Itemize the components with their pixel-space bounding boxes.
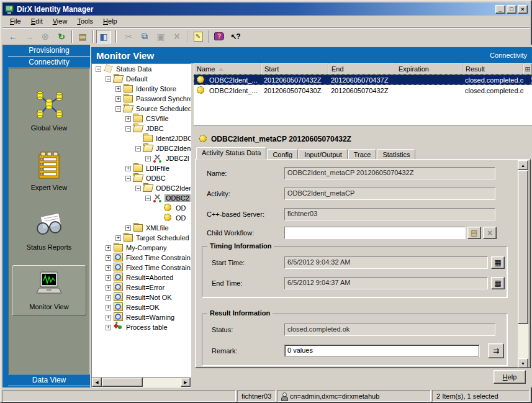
tree-node[interactable]: −ODBC — [92, 173, 191, 183]
remark-field[interactable]: 0 values — [284, 345, 480, 357]
help-button[interactable]: Help — [494, 370, 526, 384]
tree-node-label[interactable]: Result=Not OK — [125, 294, 173, 301]
tree-node[interactable]: −Default — [92, 74, 191, 84]
tree-node-label[interactable]: Result=Aborted — [125, 274, 174, 281]
tree-node-label[interactable]: Result=OK — [125, 304, 161, 311]
column-header-name[interactable]: Name — [194, 63, 261, 75]
collapse-icon[interactable]: − — [135, 186, 141, 191]
tree-node-label[interactable]: Result=Error — [125, 284, 166, 291]
expand-icon[interactable]: + — [115, 96, 121, 102]
tree-node[interactable]: +My-Company — [92, 243, 191, 253]
menu-help[interactable]: Help — [98, 16, 122, 26]
tree-node[interactable]: −JDBC2Iden — [92, 143, 191, 153]
collapse-icon[interactable]: − — [125, 126, 131, 132]
tree-node[interactable]: Ident2JDBC — [92, 134, 191, 143]
expand-icon[interactable]: + — [115, 86, 121, 92]
sidebar-item-monitor-view[interactable]: Monitor View — [12, 265, 86, 316]
sidebar-tab-connectivity[interactable]: Connectivity — [8, 57, 90, 68]
table-row[interactable]: ODBC2Ident_...20120605070432Z20120605070… — [194, 75, 532, 85]
scrollbar-thumb[interactable] — [518, 170, 528, 324]
tree-node[interactable]: +Result=Error — [92, 283, 191, 292]
sidebar-item-global-view[interactable]: Global View — [12, 86, 86, 137]
tree-node-label[interactable]: OD — [174, 204, 187, 212]
properties-button[interactable]: ▤ — [75, 30, 90, 43]
tree-node-label[interactable]: Identity Store — [135, 85, 178, 93]
expand-icon[interactable]: + — [106, 325, 111, 330]
delete-button[interactable]: × — [169, 30, 184, 43]
expand-icon[interactable]: + — [125, 116, 131, 122]
back-button[interactable]: ← — [6, 30, 20, 43]
tree-node-label[interactable]: Default — [125, 75, 149, 83]
tree-node[interactable]: +Fixed Time Constraint — [92, 253, 191, 263]
column-header-result[interactable]: Result — [462, 63, 523, 75]
expand-icon[interactable]: + — [106, 265, 111, 271]
tree-node-label[interactable]: CSVfile — [145, 115, 170, 122]
form-vertical-scrollbar[interactable]: ▲ ▼ — [518, 160, 528, 368]
column-header-end[interactable]: End — [328, 63, 395, 75]
tab-statistics[interactable]: Statistics — [377, 149, 415, 160]
tree-node-label[interactable]: Fixed Time Constraint — [125, 254, 191, 261]
scrollbar-thumb[interactable] — [102, 378, 143, 387]
tree-node-label[interactable]: JDBC2I — [165, 155, 191, 162]
menu-file[interactable]: File — [5, 16, 26, 26]
tree-node[interactable]: +Result=Not OK — [92, 292, 191, 302]
refresh-button[interactable]: ↻ — [54, 30, 69, 43]
collapse-icon[interactable]: − — [145, 196, 151, 201]
tree-node[interactable]: +Result=Aborted — [92, 273, 191, 283]
expand-icon[interactable]: + — [106, 285, 111, 291]
expand-icon[interactable]: + — [106, 275, 111, 281]
tree-node[interactable]: +CSVfile — [92, 114, 191, 124]
remark-values-button[interactable]: ⇉ — [488, 343, 504, 358]
copy-button[interactable]: ⧉ — [137, 30, 152, 43]
tree-node[interactable]: −Status Data — [92, 64, 191, 74]
expand-icon[interactable]: + — [115, 235, 121, 241]
tree-node-label[interactable]: Process table — [125, 324, 169, 331]
tab-trace[interactable]: Trace — [348, 149, 377, 160]
tree-node-label[interactable]: LDIFfile — [145, 165, 171, 172]
tree-node-label[interactable]: ODBC2Iden — [155, 184, 191, 192]
tab-config[interactable]: Config — [267, 149, 298, 160]
tree-node-label[interactable]: ODBC2 — [165, 194, 191, 202]
menu-edit[interactable]: Edit — [26, 16, 48, 26]
expand-icon[interactable]: + — [106, 255, 111, 261]
sidebar-tab-provisioning[interactable]: Provisioning — [8, 45, 90, 57]
table-row[interactable]: ODBC2Ident_...20120605070430Z20120605070… — [194, 85, 532, 96]
tree-horizontal-scrollbar[interactable]: ◀ ▶ — [92, 377, 191, 387]
sidebar-tab-data-view[interactable]: Data View — [8, 374, 90, 386]
scrollbar-track[interactable] — [143, 378, 181, 387]
expand-icon[interactable]: + — [106, 295, 111, 301]
collapse-icon[interactable]: − — [96, 66, 101, 72]
column-header-expiration[interactable]: Expiration — [395, 63, 462, 75]
tree-node-label[interactable]: Fixed Time Constraint1 — [125, 264, 191, 271]
stop-button[interactable]: ⊗ — [38, 30, 53, 43]
menu-view[interactable]: View — [48, 16, 73, 26]
collapse-icon[interactable]: − — [135, 146, 141, 152]
cut-button[interactable]: ✂ — [121, 30, 136, 43]
tree-node-label[interactable]: JDBC — [145, 125, 165, 132]
expand-icon[interactable]: + — [125, 225, 131, 231]
tree-node[interactable]: −ODBC2Iden — [92, 183, 191, 193]
tree-node-label[interactable]: XMLfile — [145, 224, 170, 232]
menu-tools[interactable]: Tools — [72, 16, 98, 26]
tree-node-label[interactable]: ODBC — [145, 174, 167, 182]
tree-node[interactable]: +*Process table — [92, 322, 191, 332]
collapse-icon[interactable]: − — [125, 176, 131, 181]
tree-node-label[interactable]: Ident2JDBC — [155, 135, 191, 142]
table-detail-splitter[interactable] — [194, 125, 532, 130]
expand-icon[interactable]: + — [106, 245, 111, 251]
help-book-button[interactable]: ? — [212, 30, 227, 43]
tree-node[interactable]: OD — [92, 203, 191, 213]
tree-node[interactable]: +XMLfile — [92, 223, 191, 233]
tree-node[interactable]: +Password Synchron — [92, 94, 191, 104]
context-help-button[interactable]: ↖? — [228, 30, 243, 43]
tree-node-label[interactable]: My-Company — [125, 244, 168, 251]
child-workflow-clear-button[interactable]: × — [483, 227, 497, 239]
scrollbar-track[interactable] — [518, 324, 528, 358]
tree-node-label[interactable]: Target Scheduled — [135, 234, 191, 242]
expand-icon[interactable]: + — [145, 156, 151, 161]
tab-activity-status-data[interactable]: Activity Status Data — [196, 147, 266, 160]
child-workflow-field[interactable] — [284, 227, 466, 239]
tree-node-label[interactable]: OD — [174, 214, 187, 222]
expand-icon[interactable]: + — [106, 305, 111, 310]
tree-node[interactable]: +Result=Warning — [92, 312, 191, 322]
